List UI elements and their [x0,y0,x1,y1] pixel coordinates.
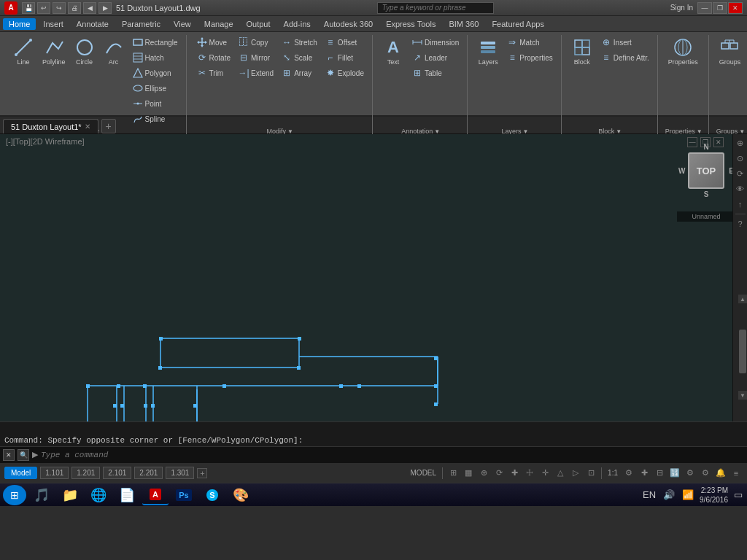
lweight-btn[interactable]: △ [554,467,567,480]
polyline-btn[interactable]: Polyline [39,35,69,69]
menu-view[interactable]: View [168,18,197,30]
zoom-tool[interactable]: ⊙ [735,152,746,164]
layer-prop-btn[interactable]: ≡ Properties [504,50,555,65]
menu-manage[interactable]: Manage [198,18,239,30]
spline-btn[interactable]: Spline [130,112,180,126]
scale-btn[interactable]: ⤡ Scale [279,50,320,65]
menu-insert[interactable]: Insert [37,18,69,30]
sign-in-btn[interactable]: Sign In [670,4,693,12]
maximize-btn[interactable]: ❐ [713,2,727,14]
scroll-thumb-v[interactable] [739,330,746,373]
otrack-btn[interactable]: ☩ [523,467,536,480]
layers-btn[interactable]: Layers [475,35,501,69]
taskbar-photoshop[interactable]: Ps [171,485,197,505]
new-tab-btn[interactable]: + [101,119,116,133]
ortho-btn[interactable]: ⊕ [477,467,490,480]
array-btn[interactable]: ⊞ Array [279,66,320,80]
select-btn[interactable]: ⊡ [584,467,597,480]
snap-grid-btn[interactable]: ⊞ [446,467,460,480]
model-tab[interactable]: Model [4,467,37,479]
cube-face-top[interactable]: TOP [688,152,724,189]
taskbar-browser[interactable]: 🌐 [85,485,112,505]
text-btn[interactable]: A Text [380,35,406,69]
dimension-btn[interactable]: Dimension [409,35,461,50]
copy-btn[interactable]: ⿰ Copy [236,35,276,50]
menu-expresstools[interactable]: Express Tools [380,18,441,30]
layout-tab-3[interactable]: 2.101 [103,467,131,479]
volume-icon[interactable]: 🔊 [662,489,676,500]
clock[interactable]: 2:23 PM 9/6/2016 [700,486,728,505]
taskbar-paint[interactable]: 🎨 [228,485,254,505]
offset-btn[interactable]: ≡ Offset [322,35,366,50]
notify-btn[interactable]: 🔔 [714,467,727,480]
fwd-btn[interactable]: ▶ [98,2,112,14]
scroll-down-btn[interactable]: ▼ [738,391,747,400]
search-input[interactable] [377,2,494,14]
rotate-btn[interactable]: ⟳ Rotate [194,50,233,65]
network-icon[interactable]: 📶 [681,489,695,500]
gradient-btn[interactable]: Polygon [130,66,180,80]
layout-tab-4[interactable]: 2.201 [134,467,163,479]
block-btn[interactable]: Block [569,35,595,69]
properties-btn[interactable]: Properties [665,35,701,69]
leader-btn[interactable]: ↗ Leader [409,50,461,65]
close-btn[interactable]: ✕ [728,2,743,14]
pan-tool[interactable]: ⊕ [735,137,746,149]
view-cube[interactable]: N E W S TOP Unnamed [677,141,735,222]
back-btn[interactable]: ◀ [83,2,96,14]
taskbar-pdf[interactable]: 📄 [114,485,140,505]
hatch-btn[interactable]: Hatch [130,50,180,65]
language-indicator[interactable]: EN [641,489,657,500]
rectangle-btn[interactable]: Rectangle [130,35,180,50]
extend-btn[interactable]: →| Extend [236,66,276,80]
menu-featuredapps[interactable]: Featured Apps [486,18,550,30]
menu-home[interactable]: Home [3,18,36,30]
add-layout-btn[interactable]: + [197,468,207,478]
cmd-search-btn[interactable]: 🔍 [18,449,29,461]
groups-btn[interactable]: Groups [716,35,744,69]
taskbar-files[interactable]: 📁 [57,485,83,505]
point-btn[interactable]: Point [130,96,180,111]
ellipse-btn[interactable]: Ellipse [130,81,180,96]
app-logo[interactable]: A [4,1,18,15]
taskbar-autocad[interactable]: A [142,485,169,505]
zoom-scale[interactable]: 1:1 [605,467,620,478]
fillet-btn[interactable]: ⌐ Fillet [322,50,366,65]
main-viewport[interactable]: [-][Top][2D Wireframe] — ❐ ✕ [0,134,747,421]
undo-btn[interactable]: ↩ [37,2,50,14]
taskbar-skype[interactable]: S [199,485,225,505]
anno-icon-btn[interactable]: 🔢 [668,467,681,480]
circle-btn[interactable]: Circle [71,35,98,69]
menu-addins[interactable]: Add-ins [278,18,317,30]
print-btn[interactable]: 🖨 [68,2,81,14]
menu-autodesk360[interactable]: Autodesk 360 [318,18,379,30]
cmd-close-btn[interactable]: ✕ [3,449,15,461]
line-btn[interactable]: Line [10,35,36,69]
trim-btn[interactable]: ✂ Trim [194,66,233,80]
insert-btn[interactable]: ⊕ Insert [598,35,651,50]
mirror-btn[interactable]: ⊟ Mirror [236,50,276,65]
menu-bim360[interactable]: BIM 360 [443,18,484,30]
dynin-btn[interactable]: ✛ [538,467,551,480]
transp-btn[interactable]: ▷ [569,467,582,480]
menu-annotate[interactable]: Annotate [71,18,115,30]
move-btn[interactable]: Move [194,35,233,50]
orbit-tool[interactable]: ⟳ [735,168,746,179]
show-desktop-btn[interactable]: ▭ [732,489,744,500]
redo-btn[interactable]: ↪ [53,2,66,14]
polar-btn[interactable]: ⟳ [492,467,506,480]
layout-tab-1[interactable]: 1.101 [40,467,69,479]
settings-btn[interactable]: ⚙ [699,467,712,480]
table-btn[interactable]: ⊞ Table [409,66,461,80]
menu-parametric[interactable]: Parametric [116,18,166,30]
scroll-up-btn[interactable]: ▲ [738,295,747,303]
snap-grid2-btn[interactable]: ▦ [462,467,475,480]
help-tool[interactable]: ? [735,218,746,230]
start-btn[interactable]: ⊞ [3,485,26,505]
look-tool[interactable]: 👁 [735,183,746,195]
walk-tool[interactable]: ↑ [735,198,746,210]
doc-tab-active[interactable]: 51 Duxton Layout1* ✕ [3,119,98,133]
zoom-in-btn[interactable]: ✚ [638,467,651,480]
cad-drawing[interactable] [0,134,747,421]
explode-btn[interactable]: ✸ Explode [322,66,366,80]
